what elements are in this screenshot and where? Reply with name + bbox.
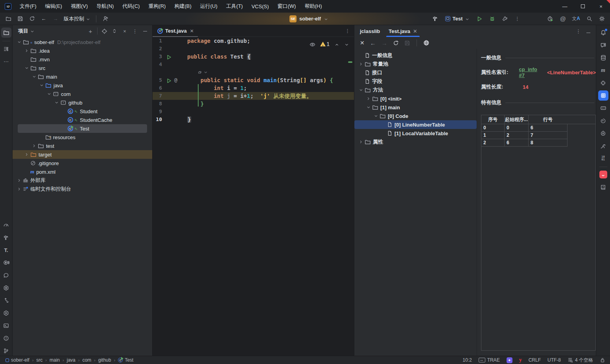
tree-item-字段[interactable]: 字段 bbox=[354, 77, 477, 86]
jclasslib-reload-icon[interactable] bbox=[393, 40, 399, 46]
tools-button[interactable] bbox=[499, 14, 510, 24]
binary-viewer-button[interactable]: 1001 bbox=[598, 153, 608, 164]
build-hammer-button[interactable] bbox=[430, 14, 440, 24]
jclasslib-web-icon[interactable] bbox=[423, 40, 429, 46]
menu-item[interactable]: VCS(S) bbox=[247, 0, 273, 13]
chevron-right-icon[interactable] bbox=[358, 140, 365, 144]
chevron-down-icon[interactable] bbox=[23, 66, 30, 70]
breadcrumb-src[interactable]: src bbox=[36, 357, 42, 363]
add-user-button[interactable] bbox=[100, 14, 111, 24]
chat-toolwindow-button[interactable] bbox=[1, 270, 11, 280]
breadcrumb-github[interactable]: github bbox=[98, 357, 111, 363]
table-header-cell[interactable]: 序号 bbox=[481, 115, 505, 124]
chevron-right-icon[interactable] bbox=[16, 178, 23, 183]
mention-button[interactable]: @ bbox=[558, 14, 568, 24]
git-toolwindow-button[interactable] bbox=[1, 346, 11, 356]
next-problem-icon[interactable] bbox=[344, 40, 349, 48]
breadcrumb-java[interactable]: java bbox=[67, 357, 76, 363]
warning-counter[interactable]: 1 bbox=[320, 40, 330, 48]
translate-button[interactable]: 文A bbox=[570, 14, 582, 24]
table-header-cell[interactable]: 行号 bbox=[529, 115, 567, 124]
purple-plugin-icon[interactable]: ✦ bbox=[507, 357, 512, 363]
code-line[interactable]: 4 bbox=[153, 61, 354, 68]
breadcrumb-main[interactable]: main bbox=[50, 357, 60, 363]
lock-widget[interactable] bbox=[600, 357, 605, 363]
prev-problem-icon[interactable] bbox=[334, 40, 339, 48]
tree-item--idea[interactable]: .idea bbox=[13, 46, 152, 55]
chevron-down-icon[interactable] bbox=[53, 100, 60, 105]
back-button[interactable]: ← bbox=[39, 14, 49, 24]
card-toolwindow-button[interactable] bbox=[598, 103, 608, 113]
expand-all-button[interactable] bbox=[110, 26, 119, 36]
services-toolwindow-button[interactable] bbox=[1, 257, 11, 268]
tree-item-[1]-main[interactable]: [1] main bbox=[354, 103, 477, 112]
save-all-button[interactable] bbox=[15, 14, 25, 24]
menu-item[interactable]: 导航(N) bbox=[92, 0, 118, 13]
tree-item-[1]-localvariabletable[interactable]: [1] LocalVariableTable bbox=[354, 129, 477, 138]
minimize-button[interactable]: — bbox=[556, 0, 574, 13]
tree-item-[0]-<init>[interactable]: [0] <init> bbox=[354, 94, 477, 103]
tree-item-test[interactable]: CTest bbox=[13, 124, 152, 133]
tree-item-src[interactable]: src bbox=[13, 64, 152, 72]
add-button[interactable]: + bbox=[86, 26, 95, 36]
tree-item-java[interactable]: java bbox=[13, 81, 152, 90]
jclasslib-save-icon[interactable] bbox=[404, 40, 410, 46]
highlighting-level-icon[interactable] bbox=[310, 40, 315, 48]
annotation-gutter-icon[interactable]: @ bbox=[174, 76, 177, 84]
editor-tab-test-java[interactable]: C Test.java ✕ bbox=[153, 25, 198, 37]
breadcrumb-test[interactable]: CTest bbox=[118, 357, 133, 363]
notifications-button[interactable] bbox=[598, 28, 608, 38]
menu-item[interactable]: 文件(F) bbox=[15, 0, 41, 13]
tree-item-test[interactable]: test bbox=[13, 142, 152, 150]
locate-file-button[interactable] bbox=[100, 26, 109, 36]
code-editor[interactable]: 1package com.github;23public class Test … bbox=[153, 37, 354, 356]
plugin-toolwindow-button[interactable] bbox=[598, 78, 608, 88]
project-toolwindow-button[interactable] bbox=[1, 28, 11, 38]
tree-item-[0]-code[interactable]: [0] Code bbox=[354, 112, 477, 120]
profiler-button[interactable] bbox=[545, 14, 555, 24]
build-toolwindow-button[interactable] bbox=[1, 232, 11, 243]
settings-button[interactable] bbox=[597, 14, 607, 24]
tab-list-button[interactable]: ⋮ bbox=[345, 28, 350, 34]
tree-item-github[interactable]: github bbox=[13, 98, 152, 107]
menu-item[interactable]: 代码(C) bbox=[118, 0, 144, 13]
tree-item-pom-xml[interactable]: mpom.xml bbox=[13, 167, 152, 176]
open-project-button[interactable] bbox=[3, 14, 13, 24]
code-line[interactable]: 8 } bbox=[153, 100, 354, 108]
menu-item[interactable]: 编辑(E) bbox=[41, 0, 66, 13]
run-gutter-icon[interactable] bbox=[166, 53, 172, 61]
collapse-all-button[interactable]: × bbox=[120, 26, 129, 36]
search-everywhere-button[interactable] bbox=[584, 14, 594, 24]
maven-toolwindow-button[interactable]: m bbox=[598, 65, 608, 75]
line-ending-widget[interactable]: CRLF bbox=[529, 357, 541, 363]
dictionary-plugin-button[interactable]: A bbox=[598, 182, 608, 192]
target-plugin-button[interactable] bbox=[598, 128, 608, 138]
tree-item-[0]-linenumbertable[interactable]: [0] LineNumberTable bbox=[354, 120, 477, 129]
code-line[interactable]: 5@ public static void main(String[] args… bbox=[153, 76, 354, 84]
code-line[interactable]: 3public class Test { bbox=[153, 53, 354, 61]
chevron-right-icon[interactable] bbox=[358, 62, 365, 66]
menu-item[interactable]: 构建(B) bbox=[170, 0, 195, 13]
code-line[interactable]: 10} bbox=[153, 116, 354, 123]
tree-item-接口[interactable]: 接口 bbox=[354, 68, 477, 77]
chevron-right-icon[interactable] bbox=[23, 152, 30, 157]
tree-item--gitignore[interactable]: .gitignore bbox=[13, 159, 152, 167]
sync-button[interactable] bbox=[27, 14, 37, 24]
jclasslib-close-icon[interactable]: ✕ bbox=[360, 40, 365, 46]
forward-button[interactable]: → bbox=[50, 14, 61, 24]
monkey-plugin-button[interactable] bbox=[598, 141, 608, 151]
vcs-widget-button[interactable]: 版本控制 bbox=[62, 14, 92, 24]
tree-item-com[interactable]: com bbox=[13, 90, 152, 98]
menu-item[interactable]: 帮助(H) bbox=[300, 0, 326, 13]
chevron-right-icon[interactable] bbox=[16, 187, 23, 191]
swirl-plugin-button[interactable] bbox=[598, 116, 608, 126]
project-widget-button[interactable]: SE sober-elf bbox=[287, 14, 331, 24]
menu-item[interactable]: 重构(R) bbox=[144, 0, 170, 13]
chevron-down-icon[interactable] bbox=[46, 92, 53, 96]
ci-toolwindow-button[interactable] bbox=[1, 308, 11, 318]
chevron-right-icon[interactable] bbox=[365, 96, 372, 101]
structure-toolwindow-button[interactable] bbox=[1, 44, 11, 54]
more-toolwindows-button[interactable]: ⋯ bbox=[1, 56, 11, 66]
problems-toolwindow-button[interactable] bbox=[1, 333, 11, 343]
breadcrumb-sober-elf[interactable]: sober-elf bbox=[6, 357, 29, 363]
